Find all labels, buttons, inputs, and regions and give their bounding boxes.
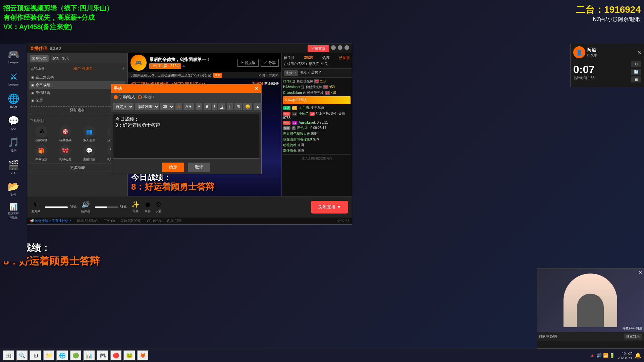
- sound-icon[interactable]: 🔊: [82, 200, 90, 208]
- chrome-button[interactable]: 🟢: [70, 350, 82, 361]
- mic-icon[interactable]: 🎙: [33, 201, 39, 208]
- app-icon-edge[interactable]: 🌐 Edge: [3, 90, 23, 111]
- italic-btn[interactable]: I: [212, 103, 217, 110]
- add-scene-btn[interactable]: +: [122, 65, 125, 71]
- func-multi-mic[interactable]: 👥 多人连麦: [78, 125, 101, 142]
- clock[interactable]: 12:32 2023/7/9: [618, 351, 632, 360]
- preview-text: 排队中 (5/9): [539, 334, 557, 339]
- notification-button[interactable]: 🔔: [635, 352, 641, 359]
- maximize-btn[interactable]: [338, 45, 342, 50]
- timer-btn-2[interactable]: 🔄: [631, 69, 641, 75]
- notif-close-btn[interactable]: ✕ 息下方关闭: [258, 73, 279, 78]
- app-icon-data[interactable]: 📊 数据大屏 可视化: [3, 201, 23, 221]
- func-star-challenge[interactable]: 🎯 福星挑战: [54, 125, 77, 142]
- timer-btn-1[interactable]: ⚙: [631, 61, 641, 67]
- effect-active[interactable]: 生效中: [284, 70, 298, 76]
- task-view-button[interactable]: ⊡: [30, 350, 42, 361]
- chat-msg-7: 禁言 1 回忆-JIt: 0 09:23:11: [283, 126, 351, 130]
- effect-enter[interactable]: 进房 2: [311, 70, 321, 76]
- dialog-cancel-btn[interactable]: 取消: [188, 163, 210, 172]
- search-match-btn[interactable]: 搜索对局: [624, 334, 642, 340]
- stream-edit-icon[interactable]: ✏: [182, 64, 185, 68]
- preview-controls-row: 排队中 (5/9) 搜索对局: [537, 332, 644, 341]
- func-host-pocket[interactable]: 💬 主播口袋: [78, 144, 101, 162]
- app2-button[interactable]: 🎮: [97, 350, 109, 361]
- level-badge-3: 11: [292, 121, 297, 125]
- color-a-btn[interactable]: A: [175, 103, 182, 110]
- close-btn[interactable]: [344, 45, 349, 50]
- dialog-tab-manual[interactable]: 手动输入: [114, 94, 135, 100]
- dialog-tab-file[interactable]: 本地txt: [138, 94, 156, 100]
- minimize-btn[interactable]: [331, 45, 336, 50]
- msg-gift-icon-3: 🎀: [325, 91, 330, 95]
- color-bg-btn[interactable]: A: [196, 103, 202, 110]
- stat-activity[interactable]: 活跃度: [309, 62, 319, 66]
- display-btn[interactable]: 显示: [61, 56, 69, 61]
- notif-action-btn[interactable]: 跳转: [213, 73, 222, 78]
- edge-button[interactable]: 🌐: [56, 350, 68, 361]
- stat-diamond[interactable]: 钻贝: [321, 62, 328, 66]
- mic-control[interactable]: 🎙 麦克风: [31, 201, 40, 214]
- timer-widget: 0:07 估计时间 1:36: [573, 63, 595, 80]
- app-icon-lol2[interactable]: ⚔ League: [3, 68, 23, 88]
- my-scenes-label: 我的场景: [30, 66, 45, 71]
- app4-button[interactable]: 🐸: [123, 350, 136, 361]
- scene-item-1[interactable]: ▣ 左上角文字: [29, 73, 125, 81]
- extra-btn[interactable]: ▲: [254, 103, 262, 110]
- preview-btn[interactable]: 预览: [51, 56, 59, 61]
- share-btn[interactable]: ↗ 分享: [261, 59, 279, 67]
- emoji-btn[interactable]: 😊: [243, 103, 252, 110]
- func-gift-wish[interactable]: 🎀 礼物心愿: [54, 144, 77, 162]
- beauty-control[interactable]: ✨ 美颜: [131, 200, 140, 214]
- dialog-close-btn[interactable]: ✕: [255, 86, 259, 91]
- right-close-btn[interactable]: ✕: [637, 49, 641, 56]
- edit-scenes-btn[interactable]: 双击 可改名: [73, 66, 93, 71]
- tip-btn[interactable]: ✈ 提提醒: [237, 59, 259, 67]
- app5-button[interactable]: 🦊: [137, 350, 149, 361]
- effect-light[interactable]: 曝光 2: [300, 70, 309, 76]
- record-control[interactable]: ⏺ 录屏: [144, 201, 151, 214]
- sound-label: 扬声器: [81, 209, 90, 214]
- dialog-ok-btn[interactable]: 确定: [162, 163, 184, 172]
- sound-control[interactable]: 🔊 扬声器: [81, 200, 90, 214]
- app3-button[interactable]: 🔴: [110, 350, 122, 361]
- app1-button[interactable]: 📊: [83, 350, 95, 361]
- sound-slider[interactable]: [95, 206, 118, 208]
- timer-row: 0:07 估计时间 1:36 ⚙ 🔄 ⏹: [573, 61, 641, 82]
- stat-online[interactable]: 在线用户(7221): [284, 62, 307, 66]
- start-button[interactable]: ⊞: [3, 350, 15, 361]
- underline-btn[interactable]: U: [218, 103, 225, 110]
- search-button[interactable]: 🔍: [16, 350, 28, 361]
- app-icon-lol[interactable]: 🎮 League: [3, 46, 23, 66]
- style-select[interactable]: 自定义: [113, 103, 133, 110]
- mic-slider[interactable]: [45, 206, 68, 208]
- text-content-area[interactable]: 今日战绩： 8：好运着顾勇士答辩: [113, 114, 259, 159]
- color-a-fill-btn[interactable]: A▼: [183, 103, 194, 110]
- func-video-filter[interactable]: 📽 视频滤镜: [30, 125, 53, 142]
- record-label: 录屏: [145, 209, 151, 214]
- mic-level-row: 97%: [45, 205, 76, 209]
- mode-selector[interactable]: 常规模式: [30, 55, 49, 62]
- sound-volume-group: 51%: [95, 205, 126, 209]
- font-select[interactable]: 微软雅黑: [135, 103, 159, 110]
- status-hint[interactable]: 📢 如何快速上手直播伴侣？: [30, 219, 72, 223]
- file-explorer-button[interactable]: 📁: [43, 350, 55, 361]
- settings-control[interactable]: ⚙ 设置: [156, 200, 162, 214]
- func-danmaku[interactable]: 🎁 弹幕玩法: [30, 144, 53, 162]
- app-icon-qq[interactable]: 💬 QQ: [3, 113, 23, 133]
- bold-btn[interactable]: B: [204, 103, 211, 110]
- app-icon-vlc[interactable]: 🎬 VLC: [3, 157, 23, 177]
- more-format-btn[interactable]: ⊞: [234, 103, 242, 110]
- align-btn[interactable]: T: [227, 103, 233, 110]
- msg-user-1: cersir: [283, 79, 291, 83]
- live-broadcast-btn[interactable]: 主播直播: [308, 45, 329, 52]
- stat-follow: 被关注: [284, 55, 295, 60]
- timer-btn-3[interactable]: ⏹: [631, 76, 641, 82]
- chat-msg-10: 幼稚的椎 来啊: [283, 143, 351, 147]
- app-icon-music[interactable]: 🎵 音乐: [3, 135, 23, 155]
- go-live-btn[interactable]: 关闭直播 ▼: [311, 201, 348, 214]
- app-icon-files[interactable]: 📂 文件: [3, 179, 23, 199]
- preview-close-btn[interactable]: ✕: [638, 270, 642, 275]
- stream-title-info: 最后的辛德拉，剑指团服第一！ lol云顶之弈 - S12分 ✏: [149, 57, 235, 69]
- size-select[interactable]: 38: [160, 103, 174, 110]
